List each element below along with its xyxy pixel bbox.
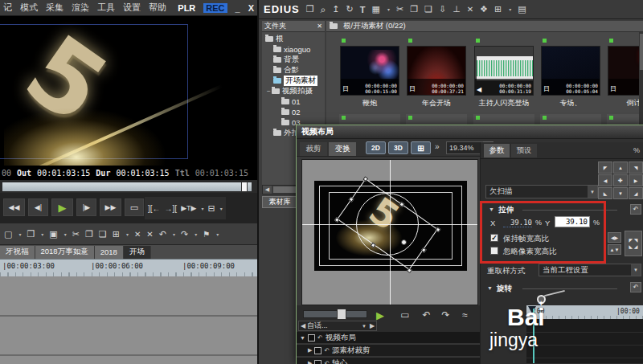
bin-clip-partial[interactable]: [473, 114, 534, 125]
tree-item[interactable]: 01: [262, 96, 325, 107]
rec-toggle[interactable]: REC: [203, 3, 227, 13]
menu-item-settings[interactable]: 设置: [123, 2, 141, 14]
menu-item-tools[interactable]: 工具: [97, 2, 115, 14]
clip-thumbnail[interactable]: 日00:00:00:0000:00:37:21: [407, 46, 466, 96]
view-grid-icon[interactable]: ⊞: [494, 4, 502, 14]
timeline-track-area[interactable]: [0, 276, 296, 364]
sequence-tab[interactable]: 2018: [95, 246, 124, 259]
media-icon[interactable]: ▦: [372, 4, 380, 14]
dialog-redo-button[interactable]: ↷: [438, 308, 453, 322]
zoom-level-box[interactable]: 19.34%: [446, 141, 483, 154]
spinner-caret-icon[interactable]: ▼: [360, 324, 368, 329]
bin-clip[interactable]: 10 日00:00:000:00:0 倒计时: [607, 37, 643, 114]
save-project-icon[interactable]: ▣: [49, 229, 57, 239]
paste-icon[interactable]: ❏: [424, 4, 432, 14]
frame-forward-button[interactable]: |▶: [76, 198, 96, 216]
rewind-button[interactable]: ◀◀: [3, 198, 25, 216]
media-caret-icon[interactable]: ▾: [387, 6, 390, 12]
library-button[interactable]: 素材库: [262, 196, 297, 208]
nudge-left-button[interactable]: ◀: [598, 174, 612, 186]
preview-slider-track[interactable]: [303, 310, 367, 318]
copy-icon[interactable]: ❐: [410, 4, 418, 14]
open-project-icon[interactable]: ❒: [27, 229, 35, 239]
display-mode-button[interactable]: ⊟: [207, 203, 215, 214]
view-2d-button[interactable]: 2D: [366, 141, 386, 154]
tab-transform[interactable]: 变换: [329, 142, 356, 156]
spinner-left-icon[interactable]: ◀: [299, 322, 307, 329]
close-button[interactable]: X: [248, 3, 254, 13]
stretch-vertical-button[interactable]: ▲▼: [608, 244, 621, 255]
search-icon[interactable]: ⌕: [321, 4, 326, 15]
sequence-tab[interactable]: 牙祝福: [0, 246, 35, 259]
section-expander-icon[interactable]: ▼: [487, 285, 493, 291]
dialog-titlebar[interactable]: 视频布局: [297, 125, 643, 139]
clip-thumbnail[interactable]: 日00:00:00:0000:00:05:04: [541, 46, 600, 96]
clip-thumbnail[interactable]: 10 日00:00:000:00:0: [608, 46, 643, 96]
display-mode-caret-icon[interactable]: ▾: [220, 206, 223, 211]
menu-item-render[interactable]: 渲染: [72, 2, 89, 14]
bin-clip-partial[interactable]: [540, 114, 601, 125]
cut-icon[interactable]: ✂: [72, 229, 80, 239]
goto-in-button[interactable]: ][←: [148, 204, 161, 213]
dialog-curve-button[interactable]: ≈: [457, 308, 473, 322]
new-sequence-caret-icon[interactable]: ▾: [18, 231, 21, 237]
play-button[interactable]: ▶: [51, 198, 73, 216]
layout-canvas[interactable]: 5: [301, 159, 478, 305]
new-sequence-icon[interactable]: ▢: [4, 229, 12, 239]
monitor-toggle-button[interactable]: ▭: [125, 198, 144, 216]
expand-icon[interactable]: »: [435, 142, 440, 151]
open-project-caret-icon[interactable]: ▾: [41, 231, 43, 237]
sequence-tab[interactable]: 2018万事如意: [35, 246, 95, 259]
tree-item[interactable]: 02: [262, 107, 325, 117]
minimize-button[interactable]: _: [235, 3, 240, 13]
bin-clip-partial[interactable]: [406, 114, 467, 125]
next-edit-caret-icon[interactable]: ▾: [201, 206, 203, 211]
tree-item[interactable]: 背景: [262, 55, 325, 65]
dropdown-caret-icon[interactable]: ▼: [588, 186, 597, 198]
stretch-reset-button[interactable]: ↶: [630, 204, 641, 215]
nudge-down-button[interactable]: ▼: [613, 187, 628, 199]
ripple-delete-icon[interactable]: ✕: [134, 230, 141, 239]
add-between-icon[interactable]: ⊞: [113, 229, 120, 239]
dialog-undo-button[interactable]: ↶: [419, 308, 434, 322]
track-checkbox[interactable]: [314, 360, 322, 364]
tree-item-root[interactable]: 根: [262, 34, 325, 44]
tree-item[interactable]: 合影: [262, 65, 325, 76]
marker-caret-icon[interactable]: ▾: [216, 231, 219, 237]
menu-item-help[interactable]: 帮助: [149, 2, 166, 14]
save-project-caret-icon[interactable]: ▾: [64, 231, 67, 237]
scrub-handle[interactable]: [241, 182, 248, 192]
rotation-reset-button[interactable]: ↶: [630, 282, 641, 292]
menu-item-partial[interactable]: 记: [3, 2, 12, 14]
delete-gap-icon[interactable]: ✕: [146, 230, 153, 239]
restore-icon[interactable]: ↻: [346, 4, 354, 14]
expander-icon[interactable]: ▶: [308, 347, 312, 354]
tree-item-expandable[interactable]: −视频拍摄: [262, 86, 325, 96]
bin-clip-partial[interactable]: [607, 114, 643, 125]
expander-icon[interactable]: −: [267, 88, 271, 95]
resize-handle[interactable]: [362, 176, 368, 182]
nudge-up-button[interactable]: ▲: [613, 162, 628, 174]
spinner-right-icon[interactable]: ▶: [368, 322, 376, 329]
clip-thumbnail[interactable]: ◀00:00:00:0000:00:31:19: [474, 46, 534, 96]
next-edit-button[interactable]: ▶T▶: [181, 204, 196, 212]
overwrite-icon[interactable]: ⊥: [453, 4, 461, 14]
timeline-ruler[interactable]: |00:00:03:00 |00:00:06:00 |00:00:09:00 |…: [0, 259, 296, 276]
undo-icon[interactable]: ↶: [159, 229, 166, 239]
export-icon[interactable]: ↥: [332, 4, 339, 14]
plr-toggle[interactable]: PLR: [178, 3, 195, 13]
scroll-left-icon[interactable]: ◀: [263, 186, 272, 194]
paste-icon[interactable]: ❏: [99, 229, 107, 239]
add-to-timeline-icon[interactable]: ⇩: [439, 4, 446, 14]
sequence-tab-active[interactable]: 开场: [124, 246, 151, 259]
stretch-horizontal-button[interactable]: ◀▶: [608, 232, 621, 243]
frame-back-button[interactable]: ◀|: [28, 198, 48, 216]
goto-out-button[interactable]: →][: [165, 204, 178, 213]
effects-icon[interactable]: ❖: [480, 4, 488, 14]
add-between-caret-icon[interactable]: ▾: [126, 231, 129, 237]
expander-icon[interactable]: ▶: [308, 360, 312, 364]
bin-clip[interactable]: 日00:00:00:0000:00:05:04 专场、: [540, 37, 601, 114]
copy-icon[interactable]: ❐: [85, 229, 93, 239]
bin-clip[interactable]: ◀00:00:00:0000:00:31:19 主持人闪亮登场: [473, 37, 534, 114]
bin-vscrollbar[interactable]: [639, 32, 643, 125]
